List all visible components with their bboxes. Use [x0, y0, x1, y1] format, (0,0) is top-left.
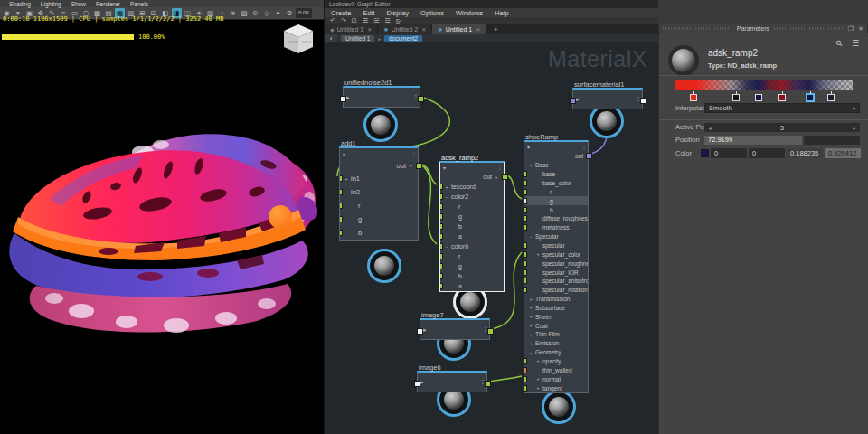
node-adsk_ramp2[interactable]: adsk_ramp2▾⁝out++texcoord−color2rgba−col… [439, 161, 505, 292]
node-row-a[interactable]: a [440, 281, 504, 291]
node-row-in1[interactable]: +in1 [340, 172, 418, 185]
expander-icon[interactable]: ▾ [443, 165, 446, 171]
node-row-r[interactable]: r [340, 199, 418, 212]
input-port[interactable] [340, 203, 343, 209]
redo-icon[interactable]: ↷ [341, 17, 346, 24]
input-port[interactable] [440, 263, 443, 269]
viewport-menu-lighting[interactable]: Lighting [41, 1, 61, 7]
ramp-widget[interactable] [675, 80, 853, 90]
expander-icon[interactable]: ▸ [346, 94, 350, 101]
color-field-4[interactable]: 0.929412 [825, 148, 861, 158]
interpolation-select[interactable]: Smooth ▾ [704, 103, 860, 113]
node-row-geometry[interactable]: −Geometry [524, 348, 588, 357]
node-row-sheen[interactable]: +Sheen [524, 312, 588, 321]
input-port[interactable] [524, 269, 527, 276]
ramp-stop-5[interactable] [807, 94, 814, 101]
node-image6[interactable]: image6▸⁝ [417, 371, 487, 392]
parameters-titlebar[interactable]: Parameters ❐ ✕ [658, 24, 868, 33]
input-port[interactable] [524, 198, 527, 204]
output-port[interactable] [416, 163, 422, 169]
graph-menu-create[interactable]: Create [331, 9, 352, 17]
node-unifiednoise2d1[interactable]: unifiednoise2d1▸⁝ [343, 86, 420, 108]
position-slider[interactable] [804, 136, 860, 145]
undo-icon[interactable]: ↶ [330, 17, 335, 24]
kebab-menu-icon[interactable]: ⁝ [499, 165, 501, 171]
node-row-b[interactable]: b [524, 205, 588, 214]
node-row-out[interactable]: out+ [440, 172, 504, 182]
node-row-r[interactable]: r [440, 251, 504, 261]
node-row-coat[interactable]: +Coat [524, 321, 588, 330]
view-cube[interactable]: FRONT RIGHT [281, 22, 316, 56]
input-port[interactable] [440, 184, 443, 190]
tab-untitled-1-2[interactable]: ❖Untitled 1✕ [432, 24, 486, 34]
input-port[interactable] [440, 213, 443, 220]
node-row-opacity[interactable]: +opacity [524, 357, 588, 366]
input-port[interactable] [440, 253, 443, 259]
drag-grip[interactable] [663, 27, 732, 30]
node-surfacematerial1[interactable]: surfacematerial1▸⁝ [572, 88, 643, 109]
motion-blur-icon[interactable]: ≋ [228, 8, 238, 18]
node-row-r[interactable]: r [524, 188, 588, 197]
graph-menu-help[interactable]: Help [495, 9, 508, 17]
output-port[interactable] [640, 98, 646, 104]
active-point-stepper[interactable]: ◂ 5 ▸ [704, 123, 860, 132]
input-port[interactable] [524, 260, 527, 267]
new-tab-button[interactable]: + [486, 24, 505, 34]
marquee-select-icon[interactable]: ⊡ [352, 17, 357, 24]
tab-close-icon[interactable]: ✕ [367, 26, 372, 33]
color-field-1[interactable]: 0 [711, 148, 747, 158]
output-port[interactable] [502, 174, 508, 180]
layout-mixed-icon[interactable]: ☱ [373, 17, 379, 24]
expander-icon[interactable]: ▾ [343, 151, 345, 157]
output-port[interactable] [418, 96, 424, 102]
viewport-menu-shading[interactable]: Shading [9, 1, 31, 7]
viewport-menu-panels[interactable]: Panels [130, 1, 148, 7]
multisample-icon[interactable]: ▧ [240, 8, 250, 18]
node-row-b[interactable]: b [440, 222, 504, 231]
node-row-specular[interactable]: −Specular [524, 232, 588, 241]
node-row-g[interactable]: g [524, 196, 588, 205]
node-row-color2[interactable]: −color2 [440, 192, 504, 202]
input-port[interactable] [524, 180, 527, 186]
stepper-prev-icon[interactable]: ◂ [704, 125, 715, 131]
input-port[interactable] [340, 189, 343, 195]
node-row-base_color[interactable]: −base_color [524, 179, 588, 188]
popout-icon[interactable]: ❐ [848, 25, 854, 32]
layout-stack-icon[interactable]: ☲ [384, 17, 390, 24]
node-row-g[interactable]: g [340, 212, 418, 226]
input-port[interactable] [524, 251, 527, 258]
node-row-base[interactable]: −Base [524, 161, 588, 170]
input-port[interactable] [440, 223, 443, 230]
tab-close-icon[interactable]: ✕ [476, 26, 480, 33]
graph-menu-edit[interactable]: Edit [363, 9, 375, 17]
graph-menu-options[interactable]: Options [420, 9, 444, 17]
input-port[interactable] [440, 203, 443, 210]
node-row-a[interactable]: a [440, 231, 504, 241]
input-port[interactable] [570, 98, 576, 104]
input-port[interactable] [524, 207, 527, 213]
input-port[interactable] [524, 215, 527, 222]
tab-close-icon[interactable]: ✕ [421, 26, 426, 33]
node-add1[interactable]: add1▾⁝out++in1−in2rgb [339, 146, 419, 241]
layout-rows-icon[interactable]: ☰ [363, 17, 368, 24]
ramp-stop-4[interactable] [778, 94, 786, 101]
node-row-out[interactable]: out [524, 151, 588, 161]
input-port[interactable] [524, 367, 527, 373]
drag-grip[interactable] [774, 27, 844, 30]
input-port[interactable] [524, 376, 527, 382]
color-field-2[interactable]: 0 [749, 148, 785, 158]
ramp-gradient[interactable] [675, 80, 853, 90]
input-port[interactable] [440, 283, 443, 289]
node-row-color6[interactable]: −color6 [440, 241, 504, 251]
input-port[interactable] [524, 224, 527, 231]
node-row-specular_roughness[interactable]: specular_roughness [524, 259, 588, 268]
isolate-select-icon[interactable]: ⊙ [250, 8, 260, 18]
expression-icon[interactable]: Sˣ [395, 18, 401, 24]
node-row-out[interactable]: out+ [340, 159, 418, 172]
graph-menu-display[interactable]: Display [386, 9, 409, 17]
input-port[interactable] [440, 273, 443, 279]
tab-untitled-1-0[interactable]: ◈Untitled 1✕ [325, 24, 378, 34]
input-port[interactable] [340, 230, 343, 236]
input-port[interactable] [340, 216, 343, 222]
panel-menu-icon[interactable]: ☰ [852, 39, 859, 48]
